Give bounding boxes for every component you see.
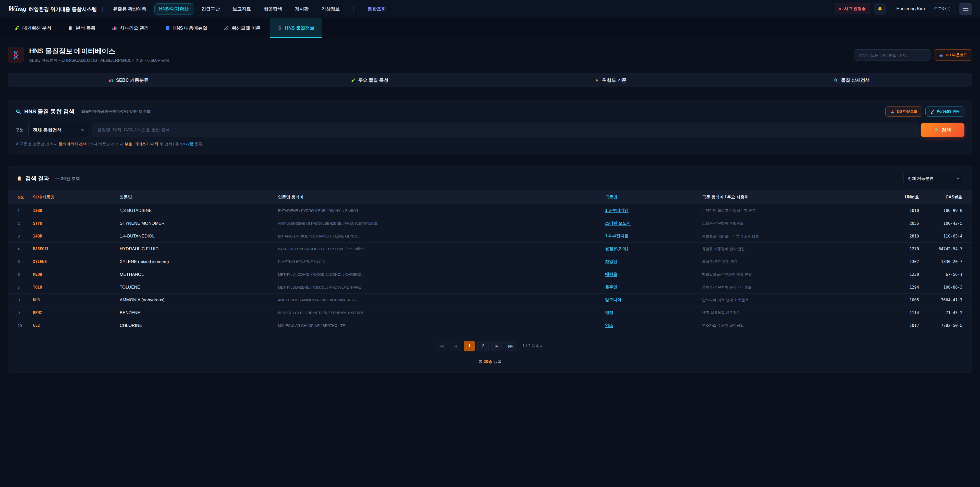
search-panel-title-group: HNS 물질 통합 검색 (화물약어·제품명·동의어·CAS·UN번호 통합) [16, 108, 151, 115]
table-row[interactable]: 9BENZBENZENEBENZOL / CYCLOHEXATRIENE / P… [8, 307, 972, 319]
notifications-button[interactable] [874, 3, 886, 15]
column-header-6: UN번호 [881, 195, 919, 200]
nav-item-7[interactable]: 통합조회 [363, 3, 390, 14]
first-page-button[interactable]: ◀◀ [436, 341, 447, 351]
table-row[interactable]: 7TOLUTOLUENEMETHYLBENZENE / TOLUOL / PHE… [8, 281, 972, 294]
subnav-tab-3[interactable]: HNS 대응매뉴얼 [158, 18, 215, 38]
search-button[interactable]: 검색 [921, 123, 964, 137]
nav-item-2[interactable]: 긴급구난 [197, 3, 224, 14]
nav-item-4[interactable]: 항공탐색 [259, 3, 286, 14]
page-header-actions: DB 다운로드 [854, 49, 972, 61]
search-panel-header: HNS 물질 통합 검색 (화물약어·제품명·동의어·CAS·UN번호 통합) … [16, 107, 964, 117]
nav-divider [891, 6, 891, 12]
substance-kr-link[interactable]: 벤젠 [605, 310, 702, 315]
cell-kr_syn: 염소가스·수처리·화학공업 [702, 323, 881, 328]
cell-cas: 67-56-1 [919, 272, 963, 277]
substance-kr-link[interactable]: 1,4-부탄디올 [605, 233, 702, 239]
hint-highlight: 부호, 띄어쓰기 제외 [124, 142, 159, 146]
incident-status-badge[interactable]: 사고 진행중 [835, 3, 870, 14]
feature-tab-0[interactable]: SEBC 거동분류 [8, 73, 249, 87]
behavior-filter-value: 전체 거동분류 [908, 176, 933, 181]
table-row[interactable]: 113BD1,3-BUTADIENEBUTADIENE / PYRROYLENE… [8, 204, 972, 217]
chevron-down-icon [81, 128, 85, 131]
magnifier-icon [934, 128, 939, 132]
cell-en: 1,3-BUTADIENE [120, 208, 278, 213]
cell-un: 1017 [881, 323, 919, 328]
substance-kr-link[interactable]: 메탄올 [605, 272, 702, 277]
table-row[interactable]: 6MEOHMETHANOLMETHYL ALCOHOL / WOOD ALCOH… [8, 268, 972, 281]
nav-item-0[interactable]: 유출유 확산예측 [108, 3, 151, 14]
prev-page-button[interactable]: ◀ [450, 341, 461, 351]
substance-kr-link[interactable]: 스티렌 모노머 [605, 220, 702, 226]
db-download-label: DB 다운로드 [945, 53, 967, 57]
next-page-button[interactable]: ▶ [491, 341, 503, 351]
subnav-tab-label: 대기확산 분석 [22, 25, 51, 31]
substance-kr-link[interactable]: 자일렌 [605, 259, 702, 264]
table-row[interactable]: 8NH3AMMONIA (anhydrous)ANHYDROUS AMMONIA… [8, 294, 972, 307]
last-page-button[interactable]: ▶▶ [505, 341, 516, 351]
column-header-5: 국문 동의어 / 주요 사용처 [702, 195, 881, 200]
substance-kr-link[interactable]: 1,3-부타디엔 [605, 208, 702, 213]
table-row[interactable]: 2STYNSTYRENE MONOMERVINYLBENZENE / ETHEN… [8, 217, 972, 230]
brand-wordmark: Wing [8, 5, 26, 13]
total-text: 등록 [492, 359, 501, 364]
nav-item-6[interactable]: 기상정보 [317, 3, 344, 14]
feature-tab-1[interactable]: 주요 물질 특성 [249, 73, 490, 87]
feature-tab-2[interactable]: 위험도 기준 [490, 73, 731, 87]
feature-tab-3[interactable]: 물질 상세검색 [731, 73, 972, 87]
hns-search-panel: HNS 물질 통합 검색 (화물약어·제품명·동의어·CAS·UN번호 통합) … [8, 100, 972, 154]
substance-kr-link[interactable]: 염소 [605, 323, 702, 328]
subnav-tab-4[interactable]: 확산모델 이론 [216, 18, 268, 38]
search-category-select[interactable]: 전체 통합검색 [28, 123, 88, 137]
sub-navigation-tabs: 대기확산 분석분석 목록시나리오 관리HNS 대응매뉴얼확산모델 이론HNS 물… [0, 18, 980, 38]
unified-search-input[interactable] [92, 123, 918, 137]
subnav-tab-2[interactable]: 시나리오 관리 [105, 18, 156, 38]
cell-en_syn: BENZOL / CYCLOHEXATRIENE / PHENYL HYDRID… [278, 311, 605, 315]
subnav-tab-1[interactable]: 분석 목록 [60, 18, 103, 38]
table-row[interactable]: 10CL2CHLORINEMOLECULAR CHLORINE / BERTHO… [8, 319, 972, 332]
cell-kr_syn: 부타디엔·합성고무·합성수지 원료 [702, 208, 881, 213]
search-hint: ※ 국문명·영문명 검색 시 동의어까지 검색 | 약자/제품명 검색 시 부호… [16, 142, 964, 147]
quick-search-input[interactable] [854, 49, 931, 61]
substance-kr-link[interactable]: 암모니아 [605, 297, 702, 303]
table-row[interactable]: 5XYLENEXYLENE (mixed isomers)DIMETHYLBEN… [8, 255, 972, 268]
download-icon [939, 53, 943, 57]
menu-button[interactable] [959, 3, 972, 14]
search-results-panel: 검색 결과 — 20건 조회 전체 거동분류 No.약자/제품명영문명영문명 동… [8, 166, 972, 373]
page-header-text: HNS 물질정보 데이터베이스 SEBC 거동분류 · CHRIS/CAMEO … [29, 46, 169, 63]
portmis-link-button[interactable]: Port-MIS 연동 [925, 107, 964, 117]
db-download-button[interactable]: DB 다운로드 [885, 107, 922, 117]
nav-item-1[interactable]: HNS·대기확산 [154, 3, 193, 14]
cell-un: 1270 [881, 247, 919, 251]
subnav-tab-label: 시나리오 관리 [120, 25, 149, 31]
table-row[interactable]: 314BD1,4-BUTANEDIOLBUTANE-1,4-DIOL / TET… [8, 230, 972, 243]
download-icon [890, 110, 894, 114]
page-header: HNS 물질정보 데이터베이스 SEBC 거동분류 · CHRIS/CAMEO … [0, 38, 980, 69]
nav-item-5[interactable]: 게시판 [290, 3, 313, 14]
nav-item-3[interactable]: 보고자료 [228, 3, 256, 14]
subnav-tab-5[interactable]: HNS 물질정보 [270, 18, 321, 38]
page-button-1[interactable]: 1 [464, 341, 475, 351]
cell-un: 2055 [881, 221, 919, 226]
substance-kr-link[interactable]: 윤활유(기유) [605, 246, 702, 252]
cell-un: 1005 [881, 298, 919, 302]
cell-en_syn: METHYLBENZENE / TOLUOL / PHENYLMETHANE [278, 285, 605, 289]
hint-text: 등록 [193, 142, 202, 146]
cell-no: 1 [18, 208, 33, 213]
db-download-button[interactable]: DB 다운로드 [934, 49, 972, 61]
user-name: Eunjeong Kim [896, 6, 925, 11]
search-panel-actions: DB 다운로드 Port-MIS 연동 [885, 107, 964, 117]
total-count-line: 총 20종 등록 [8, 359, 972, 364]
page-button-2[interactable]: 2 [477, 341, 489, 351]
table-row[interactable]: 4BASEOILHYDRAULIC FLUIDBASE OIL / HYDRAU… [8, 243, 972, 255]
subnav-tab-0[interactable]: 대기확산 분석 [7, 18, 59, 38]
feature-tab-label: 물질 상세검색 [841, 77, 870, 83]
page-info: 1 / 2 페이지 [522, 343, 544, 349]
search-panel-subtitle: (화물약어·제품명·동의어·CAS·UN번호 통합) [81, 109, 151, 114]
cell-en: METHANOL [120, 272, 278, 277]
substance-kr-link[interactable]: 톨루엔 [605, 284, 702, 290]
portmis-label: Port-MIS 연동 [937, 109, 959, 114]
behavior-filter-select[interactable]: 전체 거동분류 [904, 172, 963, 184]
logout-button[interactable]: 로그아웃 [929, 3, 955, 14]
cell-un: 2810 [881, 234, 919, 238]
